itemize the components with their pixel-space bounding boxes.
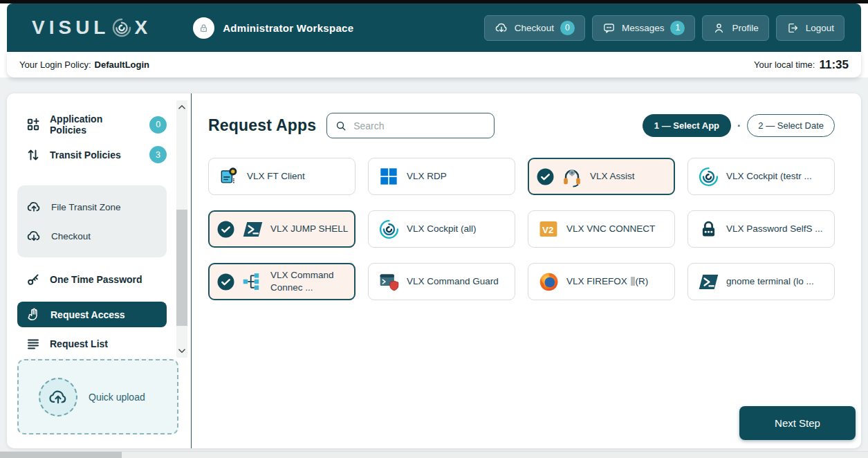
- cockpit-icon: [696, 165, 720, 188]
- cloud-upload-icon: [48, 387, 68, 407]
- quick-upload-label: Quick upload: [89, 392, 145, 403]
- ft-client-icon: [217, 165, 241, 188]
- avatar: [193, 17, 214, 39]
- quick-upload-circle: [39, 378, 77, 416]
- next-step-button[interactable]: Next Step: [739, 406, 856, 440]
- application-policies-badge: 0: [149, 116, 167, 134]
- app-grid: VLX FT ClientVLX RDPVLX AssistVLX Cockpi…: [208, 158, 835, 300]
- header-actions: Checkout 0 Messages 1 Profile Logout: [484, 15, 844, 41]
- app-card[interactable]: VLX RDP: [368, 158, 515, 195]
- quick-upload-dropzone[interactable]: Quick upload: [17, 359, 178, 434]
- workspace-info: Administrator Workspace: [193, 17, 353, 39]
- rdp-icon: [377, 165, 400, 188]
- login-policy-bar: Your Login Policy: DefaultLogin Your loc…: [7, 52, 861, 77]
- sidebar-item-label: Transit Policies: [50, 149, 121, 161]
- step-separator: ·: [737, 120, 741, 132]
- app-name: VLX Command Connec ...: [270, 269, 349, 293]
- horizontal-scrollbar-thumb[interactable]: [0, 452, 122, 458]
- logout-label: Logout: [806, 23, 834, 33]
- sidebar-item-label: Request Access: [50, 309, 125, 320]
- app-card[interactable]: VLX Assist: [528, 158, 675, 195]
- app-card[interactable]: VLX JUMP SHELL: [208, 210, 355, 248]
- login-policy-label: Your Login Policy:: [19, 59, 91, 70]
- wizard-steps: 1 — Select App · 2 — Select Date: [643, 114, 835, 137]
- padlock-icon: [696, 217, 720, 241]
- sidebar-item-label: Application Policies: [50, 113, 140, 136]
- sidebar-item-request-list[interactable]: Request List: [26, 337, 167, 351]
- app-card[interactable]: VLX Command Guard: [368, 263, 515, 300]
- transit-policies-badge: 3: [149, 146, 167, 163]
- search-input[interactable]: [352, 120, 486, 132]
- logo-text-prefix: VISUL: [32, 17, 109, 39]
- sidebar-item-request-access[interactable]: Request Access: [17, 302, 167, 327]
- app-name: gnome terminal (lo ...: [726, 275, 814, 288]
- sidebar-item-transit-policies[interactable]: Transit Policies 3: [26, 146, 167, 163]
- search-icon: [335, 120, 347, 132]
- chevron-down-icon[interactable]: [178, 347, 186, 355]
- vnc-icon: V2: [537, 217, 560, 241]
- local-time: Your local time: 11:35: [754, 58, 849, 72]
- app-card[interactable]: VLX Command Connec ...: [208, 263, 355, 300]
- key-icon: [26, 273, 40, 286]
- sidebar-group-transit: File Transit Zone Checkout: [17, 185, 167, 257]
- cloud-download-icon: [26, 228, 41, 244]
- selected-check-icon: [217, 273, 234, 291]
- cockpit-icon: [377, 217, 400, 241]
- assist-icon: [560, 165, 584, 188]
- messages-label: Messages: [622, 23, 665, 33]
- messages-button[interactable]: Messages 1: [592, 15, 696, 41]
- messages-badge: 1: [670, 21, 685, 35]
- app-name: VLX JUMP SHELL: [270, 223, 348, 235]
- powershell-icon: [241, 217, 264, 241]
- app-card[interactable]: VLX FIREFOX (R): [528, 263, 675, 300]
- sidebar: Application Policies 0 Transit Policies …: [7, 93, 192, 448]
- app-name: VLX FT Client: [247, 170, 305, 183]
- sidebar-scrollbar-thumb[interactable]: [176, 210, 187, 326]
- sidebar-item-application-policies[interactable]: Application Policies 0: [26, 113, 167, 136]
- logout-icon: [786, 21, 800, 35]
- cloud-download-icon: [495, 21, 508, 35]
- step-select-date[interactable]: 2 — Select Date: [747, 114, 835, 137]
- search-box: [326, 113, 495, 138]
- logo-spiral-icon: [111, 17, 133, 39]
- app-header: VISUL X Administrator Workspace Checkout…: [7, 3, 861, 52]
- logout-button[interactable]: Logout: [776, 15, 844, 41]
- checkout-button[interactable]: Checkout 0: [484, 15, 585, 41]
- cloud-upload-icon: [26, 199, 41, 214]
- profile-icon: [712, 21, 726, 35]
- checkout-label: Checkout: [515, 23, 554, 33]
- app-card[interactable]: gnome terminal (lo ...: [687, 263, 835, 300]
- app-name: VLX Password SelfS ...: [726, 223, 823, 235]
- text-cursor-artifact: [631, 277, 635, 286]
- app-name: VLX Command Guard: [407, 275, 499, 288]
- app-card[interactable]: V2VLX VNC CONNECT: [528, 210, 675, 248]
- sidebar-scrollbar[interactable]: [176, 100, 187, 358]
- app-card[interactable]: VLX FT Client: [208, 158, 355, 195]
- horizontal-scrollbar[interactable]: [0, 451, 868, 458]
- step-select-app[interactable]: 1 — Select App: [643, 114, 731, 137]
- workspace-title: Administrator Workspace: [223, 22, 353, 34]
- app-card[interactable]: VLX Cockpit (testr ...: [687, 158, 835, 195]
- selected-check-icon: [217, 221, 234, 238]
- sidebar-item-label: One Time Password: [50, 274, 142, 285]
- command-connect-icon: [241, 270, 264, 293]
- app-name: VLX Assist: [590, 170, 635, 183]
- app-card[interactable]: VLX Password SelfS ...: [687, 210, 835, 248]
- sidebar-item-label: Request List: [50, 338, 108, 349]
- svg-text:V2: V2: [542, 225, 553, 235]
- selected-check-icon: [537, 168, 554, 185]
- local-time-value: 11:35: [819, 58, 849, 72]
- login-policy-value: DefaultLogin: [95, 59, 149, 70]
- app-name: VLX VNC CONNECT: [566, 223, 655, 235]
- sidebar-item-one-time-password[interactable]: One Time Password: [26, 273, 167, 286]
- hand-icon: [26, 307, 41, 322]
- app-name: VLX Cockpit (all): [407, 223, 477, 235]
- profile-label: Profile: [732, 23, 758, 33]
- chevron-up-icon[interactable]: [178, 103, 186, 111]
- sidebar-item-file-transit-zone[interactable]: File Transit Zone: [17, 192, 167, 221]
- main-header-row: Request Apps 1 — Select App · 2 — Select…: [208, 113, 835, 138]
- app-name: VLX FIREFOX (R): [566, 275, 648, 288]
- profile-button[interactable]: Profile: [702, 15, 768, 41]
- app-card[interactable]: VLX Cockpit (all): [368, 210, 515, 248]
- sidebar-item-checkout[interactable]: Checkout: [17, 221, 167, 250]
